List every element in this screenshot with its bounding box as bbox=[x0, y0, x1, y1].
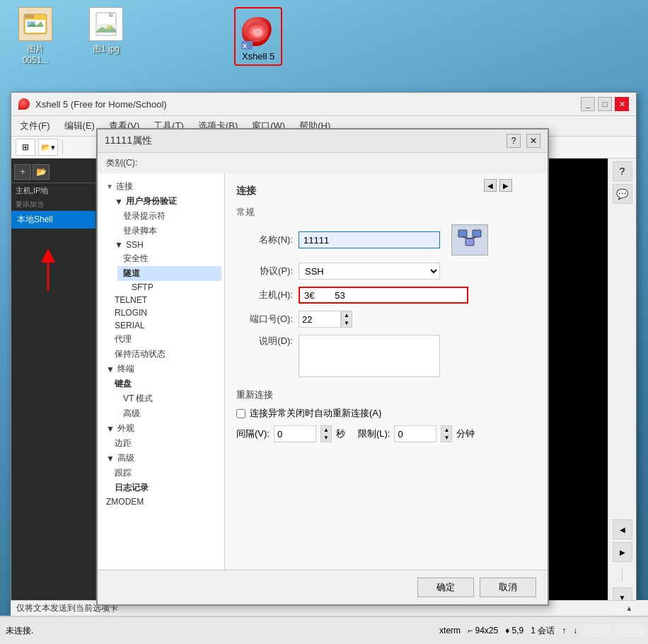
reconnect-checkbox[interactable] bbox=[236, 409, 245, 418]
limit-label: 限制(L): bbox=[358, 427, 390, 440]
sidebar-new-btn[interactable]: + bbox=[14, 164, 31, 180]
jpg-icon: JPG bbox=[89, 7, 123, 41]
confirm-button[interactable]: 确定 bbox=[417, 577, 474, 597]
open-session-button[interactable]: 📂▾ bbox=[38, 139, 58, 156]
watermark: ymptu.com bbox=[612, 606, 647, 614]
right-panel-scroll-down[interactable]: ▶ bbox=[613, 542, 632, 562]
right-panel: ? 💬 ◀ ▶ ▼ bbox=[608, 159, 636, 610]
svg-line-18 bbox=[463, 237, 470, 238]
tree-label-script: 登录脚本 bbox=[123, 225, 157, 237]
port-decrement-button[interactable]: ▼ bbox=[342, 319, 352, 327]
port-input[interactable] bbox=[299, 311, 341, 328]
svg-rect-15 bbox=[458, 230, 467, 237]
tree-item-sftp[interactable]: SFTP bbox=[126, 281, 221, 294]
sidebar-open-btn[interactable]: 📂 bbox=[33, 164, 50, 180]
host-label: 主机(H): bbox=[236, 289, 293, 301]
right-panel-btn-2[interactable]: 💬 bbox=[613, 184, 632, 204]
interval-unit: 秒 bbox=[336, 427, 345, 440]
dialog-close-button[interactable]: ✕ bbox=[526, 134, 540, 148]
title-bar: Xshell 5 (Free for Home/School) _ □ ✕ bbox=[11, 93, 636, 116]
title-bar-left: Xshell 5 (Free for Home/School) bbox=[18, 98, 167, 110]
tree-item-trace[interactable]: 跟踪 bbox=[109, 466, 221, 481]
maximize-button[interactable]: □ bbox=[598, 97, 612, 111]
description-label: 说明(D): bbox=[236, 335, 293, 347]
tree-label-vt: VT 模式 bbox=[123, 393, 153, 405]
limit-input[interactable] bbox=[394, 425, 436, 442]
tree-item-margin[interactable]: 边距 bbox=[109, 436, 221, 451]
tree-item-telnet[interactable]: TELNET bbox=[109, 294, 221, 306]
tree-label-advanced2: 高级 bbox=[117, 452, 134, 464]
tree-item-prompt[interactable]: 登录提示符 bbox=[117, 209, 221, 224]
tree-item-terminal[interactable]: ▼ 终端 bbox=[100, 362, 221, 376]
host-input[interactable] bbox=[299, 287, 468, 304]
scroll-arrow-up[interactable]: ↑ bbox=[562, 626, 566, 636]
scroll-arrow-down[interactable]: ↓ bbox=[573, 626, 577, 636]
xshell-window-icon bbox=[18, 98, 30, 110]
protocol-row: 协议(P): SSH TELNET RLOGIN SERIAL bbox=[236, 263, 536, 280]
new-session-button[interactable]: ⊞ bbox=[16, 139, 35, 156]
icon-jpg[interactable]: JPG 图1.jpg bbox=[78, 7, 134, 65]
desktop-icons: 图片0051... JPG 图1.jpg bbox=[7, 7, 134, 65]
tree-item-logging[interactable]: 日志记录 bbox=[109, 481, 221, 495]
expand-icon-appearance: ▼ bbox=[106, 424, 115, 434]
tree-item-keepalive[interactable]: 保持活动状态 bbox=[109, 347, 221, 362]
expand-icon-connection: ▼ bbox=[106, 183, 113, 190]
tree-item-rlogin[interactable]: RLOGIN bbox=[109, 306, 221, 319]
content-subsection: 常规 bbox=[236, 206, 536, 219]
tree-item-connection[interactable]: ▼ 连接 bbox=[100, 179, 221, 194]
window-title: Xshell 5 (Free for Home/School) bbox=[35, 99, 167, 110]
protocol-label: 协议(P): bbox=[236, 265, 293, 277]
icon-pictures[interactable]: 图片0051... bbox=[7, 7, 64, 65]
tree-label-margin: 边距 bbox=[115, 437, 132, 449]
taskbar-sessions: 1 会话 bbox=[531, 625, 555, 637]
tree-item-tunnel[interactable]: 隧道 bbox=[117, 266, 221, 281]
expand-icon-ssh: ▼ bbox=[115, 240, 123, 250]
interval-input[interactable] bbox=[274, 425, 316, 442]
tree-item-zmodem[interactable]: ZMODEM bbox=[100, 495, 221, 508]
tree-item-vt[interactable]: VT 模式 bbox=[117, 391, 221, 406]
reconnect-title: 重新连接 bbox=[236, 389, 536, 401]
port-increment-button[interactable]: ▲ bbox=[342, 311, 352, 319]
nav-next-button[interactable]: ▶ bbox=[499, 179, 512, 192]
right-panel-scroll-up[interactable]: ◀ bbox=[613, 519, 632, 539]
menu-file[interactable]: 文件(F) bbox=[14, 117, 56, 134]
tree-item-security[interactable]: 安全性 bbox=[117, 251, 221, 266]
limit-decrement-button[interactable]: ▼ bbox=[441, 434, 451, 442]
tree-label-connection: 连接 bbox=[116, 180, 133, 192]
xshell-desktop-icon[interactable]: X Xshell 5 bbox=[226, 7, 290, 66]
menu-edit[interactable]: 编辑(E) bbox=[59, 117, 100, 134]
tree-item-ssh[interactable]: ▼ SSH bbox=[109, 238, 221, 251]
protocol-select[interactable]: SSH TELNET RLOGIN SERIAL bbox=[299, 263, 440, 280]
sidebar-local-shell[interactable]: 本地Shell bbox=[11, 211, 96, 229]
tree-label-tunnel: 隧道 bbox=[123, 268, 140, 280]
pictures-icon bbox=[18, 7, 52, 41]
tree-label-auth: 用户身份验证 bbox=[126, 195, 177, 207]
taskbar-size: ⌐ 94x25 bbox=[468, 626, 498, 636]
description-textarea[interactable] bbox=[299, 335, 440, 377]
close-button[interactable]: ✕ bbox=[615, 97, 629, 111]
network-icon-btn[interactable] bbox=[451, 224, 488, 255]
minimize-button[interactable]: _ bbox=[581, 97, 595, 111]
svg-rect-1 bbox=[24, 14, 34, 18]
dialog-help-button[interactable]: ? bbox=[507, 134, 521, 148]
tree-item-serial[interactable]: SERIAL bbox=[109, 319, 221, 332]
xshell-icon-border: X Xshell 5 bbox=[234, 7, 282, 66]
tree-label-ssh: SSH bbox=[126, 240, 144, 250]
tree-item-advanced[interactable]: 高级 bbox=[117, 406, 221, 421]
right-panel-btn-1[interactable]: ? bbox=[613, 161, 632, 181]
limit-increment-button[interactable]: ▲ bbox=[441, 426, 451, 434]
limit-spinner: ▲ ▼ bbox=[441, 425, 452, 442]
interval-increment-button[interactable]: ▲ bbox=[321, 426, 331, 434]
interval-decrement-button[interactable]: ▼ bbox=[321, 434, 331, 442]
cancel-button[interactable]: 取消 bbox=[480, 577, 536, 597]
tree-item-auth[interactable]: ▼ 用户身份验证 bbox=[109, 194, 221, 209]
tree-label-keepalive: 保持活动状态 bbox=[115, 348, 166, 360]
tree-item-keyboard[interactable]: 键盘 bbox=[109, 376, 221, 391]
tree-item-advanced2[interactable]: ▼ 高级 bbox=[100, 451, 221, 466]
name-input[interactable] bbox=[299, 231, 440, 248]
tree-item-script[interactable]: 登录脚本 bbox=[117, 224, 221, 238]
nav-prev-button[interactable]: ◀ bbox=[484, 179, 497, 192]
tree-item-appearance[interactable]: ▼ 外观 bbox=[100, 421, 221, 436]
tree-item-proxy[interactable]: 代理 bbox=[109, 332, 221, 347]
tree-label-appearance: 外观 bbox=[117, 422, 134, 435]
